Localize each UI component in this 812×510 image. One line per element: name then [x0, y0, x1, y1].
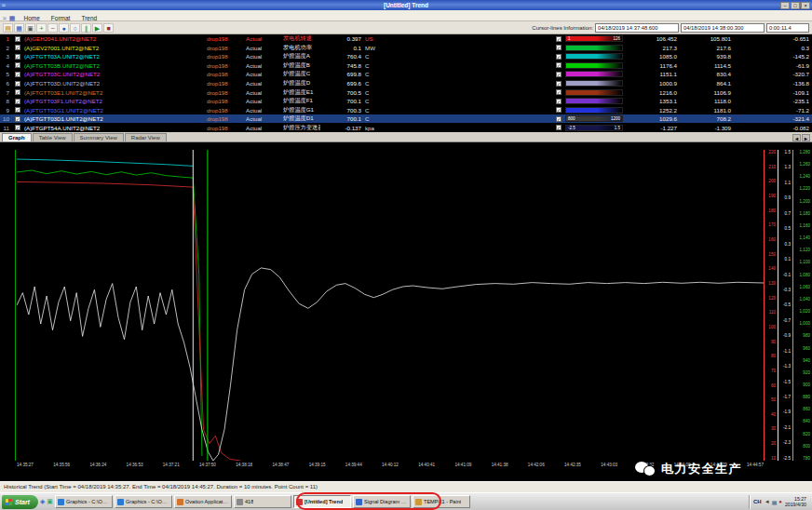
maximize-button[interactable]: □: [791, 2, 800, 9]
remove-point-icon[interactable]: −: [47, 23, 58, 33]
y-axis-label: 1,280: [794, 150, 810, 154]
stop-icon[interactable]: ■: [103, 23, 114, 33]
language-indicator[interactable]: CH: [753, 499, 762, 504]
task-button[interactable]: Signal Diagram Viewe...: [353, 495, 411, 508]
cursor2-value: 939.8: [677, 53, 731, 60]
row-checkbox[interactable]: ✓: [15, 62, 20, 68]
cursor1-value: -1.227: [623, 125, 677, 131]
zoom-in-icon[interactable]: ●: [59, 23, 69, 33]
menu-item-trend[interactable]: Trend: [75, 15, 102, 21]
print-icon[interactable]: ▣: [25, 23, 35, 33]
row-checkbox[interactable]: ✓: [15, 99, 20, 104]
scale-checkbox[interactable]: ✓: [556, 81, 562, 87]
row-checkbox[interactable]: ✓: [15, 36, 20, 42]
row-checkbox[interactable]: ✓: [15, 45, 20, 50]
task-button[interactable]: TEMPC1 - Paint: [413, 495, 470, 508]
cursor-time-2-field[interactable]: 04/18/2019 14:38:00.300: [681, 23, 765, 33]
row-checkbox[interactable]: ✓: [15, 89, 20, 95]
clock-date: 2019/4/30: [785, 502, 806, 507]
menu-item-home[interactable]: Home: [18, 15, 45, 21]
row-checkbox[interactable]: ✓: [15, 81, 20, 87]
quick-launch-2-icon[interactable]: ▣: [47, 495, 53, 508]
task-button[interactable]: Graphics - C:\Ovati...: [115, 495, 172, 508]
table-row[interactable]: 11✓(A)FTGPT54A.UNIT2@NET2drop198Actual炉膛…: [0, 123, 812, 132]
row-checkbox[interactable]: ✓: [15, 54, 20, 60]
menu-item-format[interactable]: Format: [46, 15, 76, 21]
cursor-time-1-field[interactable]: 04/18/2019 14:37:48.600: [595, 23, 679, 33]
alarm-icon[interactable]: ●: [778, 499, 782, 505]
row-checkbox[interactable]: ✓: [15, 72, 20, 77]
row-number: 3: [0, 53, 11, 60]
scale-checkbox[interactable]: ✓: [556, 116, 562, 122]
row-checkbox[interactable]: ✓: [15, 116, 20, 122]
table-row[interactable]: 8✓(A)FTGTT03F1.UNIT2@NET2drop198Actual炉膛…: [0, 97, 812, 106]
scale-checkbox[interactable]: ✓: [556, 89, 562, 95]
scale-checkbox[interactable]: ✓: [556, 36, 562, 42]
watermark: 电力安全生产: [635, 461, 742, 477]
task-button-icon: [296, 499, 303, 505]
table-row[interactable]: 1✓(A)GEH2041.UNIT2@NET2drop198Actual发电机转…: [0, 34, 812, 44]
cursor-lines-icon[interactable]: ∥: [81, 23, 91, 33]
y-axis-label: -0.1: [779, 273, 791, 277]
table-row[interactable]: 4✓(A)FTGTT03B.UNIT2@NET2drop198Actual炉膛温…: [0, 61, 812, 71]
close-button[interactable]: ×: [801, 2, 810, 9]
task-button[interactable]: Graphics - C:\Ovati...: [55, 495, 113, 508]
tab-scroll-left-icon[interactable]: ◄: [792, 134, 801, 141]
table-row[interactable]: 5✓(A)FTGTT03C.UNIT2@NET2drop198Actual炉膛温…: [0, 70, 812, 79]
trend-graph[interactable]: 14:35:2714:35:5614:36:2414:36:5314:37:21…: [0, 142, 812, 481]
task-button[interactable]: [Untitled] Trend: [293, 495, 351, 508]
start-button[interactable]: Start: [2, 495, 38, 509]
delta-value: 0.3: [731, 45, 809, 51]
signal-name: (A)FTGPT54A.UNIT2@NET2: [24, 125, 207, 131]
scale-checkbox[interactable]: ✓: [556, 45, 562, 50]
pen-scale-bar: 1126: [565, 35, 623, 42]
tab-scroll-right-icon[interactable]: ►: [802, 134, 810, 141]
row-checkbox[interactable]: ✓: [15, 107, 20, 113]
trend-plot[interactable]: [17, 150, 764, 461]
task-button-label: [Untitled] Trend: [304, 499, 343, 504]
tab-radar-view[interactable]: Radar View: [125, 133, 167, 141]
tab-table-view[interactable]: Table View: [33, 133, 73, 141]
scale-checkbox[interactable]: ✓: [556, 99, 562, 104]
scale-checkbox[interactable]: ✓: [556, 107, 562, 113]
table-row[interactable]: 6✓(A)FTGTT03D.UNIT2@NET2drop198Actual炉膛温…: [0, 79, 812, 88]
open-icon[interactable]: ▤: [3, 23, 13, 33]
zoom-out-icon[interactable]: ○: [70, 23, 80, 33]
y-axis-label: 1,260: [794, 162, 810, 167]
volume-icon[interactable]: ◄: [765, 499, 770, 505]
play-icon[interactable]: ▶: [92, 23, 102, 33]
table-row[interactable]: 9✓(A)FTGTT03G1.UNIT2@NET2drop198Actual炉膛…: [0, 105, 812, 114]
table-row[interactable]: 2✓(A)GEV27001.UNIT2@NET2drop198Actual发电机…: [0, 44, 812, 53]
trend-app-icon: ≈: [3, 15, 7, 21]
task-button-icon: [356, 499, 362, 505]
wechat-logo-icon: [635, 461, 657, 477]
task-button[interactable]: Ovation Applications: [174, 495, 232, 508]
pen-scale-bar: -2.51.5: [565, 125, 623, 131]
delta-value: -109.1: [731, 89, 809, 96]
tab-graph[interactable]: Graph: [2, 133, 32, 141]
cursor-delta-field[interactable]: 0:00:11.4: [766, 23, 809, 33]
save-icon[interactable]: ▦: [14, 23, 24, 33]
scale-checkbox[interactable]: ✓: [556, 62, 562, 68]
quick-launch-1-icon[interactable]: ◈: [40, 495, 45, 508]
x-axis-label: 14:44:57: [747, 463, 764, 467]
row-number: 8: [0, 98, 11, 104]
table-row[interactable]: 10✓(A)FTGTT03D1.UNIT2@NET2drop198Actual炉…: [0, 114, 812, 124]
table-row[interactable]: 3✓(A)FTGTT03A.UNIT2@NET2drop198Actual炉膛温…: [0, 52, 812, 61]
taskbar-clock[interactable]: 15:27 2019/4/30: [785, 496, 806, 507]
minimize-button[interactable]: –: [780, 2, 790, 9]
signal-description: 发电机转速: [283, 34, 320, 43]
tab-summary-view[interactable]: Summary View: [74, 133, 124, 141]
task-button[interactable]: 418: [234, 495, 291, 508]
y-axis-label: 1,140: [794, 235, 810, 240]
row-checkbox[interactable]: ✓: [15, 125, 20, 130]
table-row[interactable]: 7✓(A)FTGTT03E1.UNIT2@NET2drop198Actual炉膛…: [0, 87, 812, 97]
engineering-unit: C: [361, 115, 386, 122]
scale-checkbox[interactable]: ✓: [556, 54, 562, 60]
network-icon[interactable]: ▦: [772, 499, 778, 505]
scale-checkbox[interactable]: ✓: [556, 125, 562, 130]
add-point-icon[interactable]: +: [36, 23, 47, 33]
scale-checkbox[interactable]: ✓: [556, 72, 562, 77]
engineering-unit: MW: [361, 45, 386, 51]
start-label: Start: [15, 499, 30, 505]
